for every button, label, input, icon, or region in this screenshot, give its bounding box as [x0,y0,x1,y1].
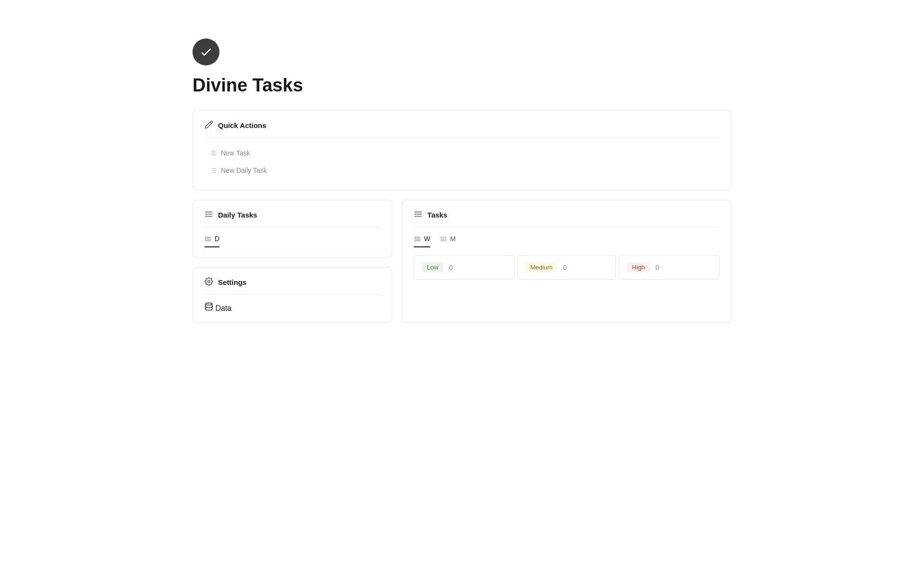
data-item[interactable]: Data [205,302,380,313]
tasks-tab-bar: W M [414,235,719,247]
svg-point-19 [205,303,212,306]
tab-m[interactable]: M [440,235,456,247]
tab-m-label: M [450,235,456,243]
settings-label: Settings [218,278,246,286]
medium-count: 0 [563,264,567,271]
priority-medium-col: Medium 0 [517,255,616,280]
tab-d[interactable]: D [205,235,219,247]
daily-tasks-tab-bar: D [205,235,380,247]
tasks-card: Tasks W [402,200,732,323]
tasks-header: Tasks [414,210,719,227]
new-task-label: New Task [221,149,250,157]
app-title: Divine Tasks [192,75,732,96]
medium-badge: Medium [526,262,557,272]
daily-tasks-card: Daily Tasks [192,200,392,257]
daily-tasks-label: Daily Tasks [218,211,257,219]
priority-grid: Low 0 Medium 0 High 0 [414,255,719,280]
low-badge: Low [422,262,443,272]
settings-icon [205,277,213,287]
tasks-icon [414,210,423,220]
tab-w[interactable]: W [414,235,430,247]
new-daily-task-button[interactable]: New Daily Task [205,163,719,178]
new-task-button[interactable]: New Task [205,145,719,161]
tab-d-label: D [215,235,219,243]
daily-tasks-header: Daily Tasks [205,210,380,227]
priority-high-col: High 0 [619,255,719,280]
priority-low-col: Low 0 [414,255,514,280]
tasks-label: Tasks [427,211,447,219]
high-count: 0 [655,264,659,271]
high-badge: High [627,262,650,272]
daily-tasks-body: D [205,235,380,247]
tab-w-label: W [424,235,430,243]
data-label: Data [215,304,231,312]
quick-actions-card: Quick Actions New Task New Dai [192,110,732,190]
tasks-body: W M [414,235,719,280]
quick-actions-header: Quick Actions [205,120,719,138]
low-count: 0 [449,264,453,271]
app-logo [192,38,219,65]
settings-card: Settings Data [192,267,392,323]
svg-point-18 [208,281,210,283]
daily-tasks-icon [205,210,213,220]
settings-header: Settings [205,277,380,295]
new-daily-task-label: New Daily Task [221,167,267,174]
quick-actions-icon [205,120,213,130]
quick-actions-label: Quick Actions [218,121,266,129]
